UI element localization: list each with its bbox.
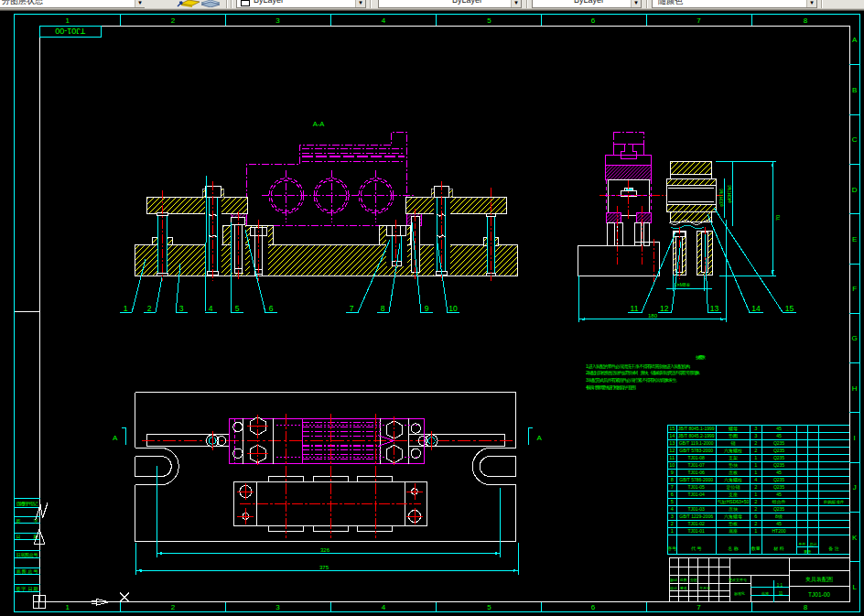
svg-text:螺母: 螺母 <box>729 426 738 431</box>
svg-text:3: 3 <box>275 16 280 25</box>
svg-text:TJ01-04: TJ01-04 <box>688 492 706 497</box>
svg-text:单件: 单件 <box>798 542 805 546</box>
svg-text:7: 7 <box>697 603 701 611</box>
svg-text:5: 5 <box>487 603 491 611</box>
svg-text:12: 12 <box>660 304 669 313</box>
svg-text:压板: 压板 <box>729 470 738 475</box>
svg-text:4: 4 <box>209 304 213 313</box>
svg-text:TJ01-00: TJ01-00 <box>55 27 85 36</box>
svg-text:A: A <box>537 434 543 442</box>
svg-text:GB/T 5783-2000: GB/T 5783-2000 <box>679 448 713 453</box>
svg-text:六角螺栓: 六角螺栓 <box>724 448 742 454</box>
svg-text:4: 4 <box>671 506 674 512</box>
svg-text:2: 2 <box>754 521 757 526</box>
svg-text:TJ01-05: TJ01-05 <box>688 484 706 490</box>
svg-text:1: 1 <box>754 462 757 468</box>
svg-text:3: 3 <box>179 304 184 313</box>
svg-text:1: 1 <box>124 304 128 313</box>
svg-text:D: D <box>852 186 858 194</box>
svg-text:1: 1 <box>754 470 757 475</box>
svg-text:6: 6 <box>269 304 274 313</box>
svg-text:外购标准件: 外购标准件 <box>824 499 845 505</box>
svg-text:326: 326 <box>320 547 330 553</box>
svg-text:序号: 序号 <box>667 546 676 552</box>
svg-text:GB/T 1229-2006: GB/T 1229-2006 <box>679 513 713 519</box>
svg-text:45: 45 <box>776 492 782 497</box>
svg-text:45: 45 <box>776 426 782 431</box>
svg-text:12: 12 <box>669 448 675 453</box>
svg-text:5: 5 <box>235 304 240 313</box>
svg-text:借(通)用件登记: 借(通)用件登记 <box>16 501 38 507</box>
svg-text:7: 7 <box>350 304 354 313</box>
svg-text:11: 11 <box>779 591 783 596</box>
svg-text:分区: 分区 <box>690 578 697 582</box>
svg-text:2: 2 <box>754 499 757 504</box>
svg-text:3: 3 <box>671 513 674 519</box>
svg-text:I: I <box>854 434 856 442</box>
svg-text:销: 销 <box>730 440 736 446</box>
svg-text:7: 7 <box>697 16 701 25</box>
svg-text:3: 3 <box>754 433 757 438</box>
svg-text:6: 6 <box>671 492 674 497</box>
svg-text:1: 1 <box>671 528 674 534</box>
svg-text:TJ01-01: TJ01-01 <box>688 528 706 534</box>
svg-text:45: 45 <box>776 433 782 438</box>
svg-text:11: 11 <box>669 455 675 460</box>
svg-text:TJ01-02: TJ01-02 <box>688 521 706 526</box>
svg-text:Q235: Q235 <box>773 484 784 490</box>
svg-text:TJ01-08: TJ01-08 <box>688 455 706 460</box>
svg-text:5: 5 <box>487 16 491 25</box>
svg-text:Q235: Q235 <box>773 462 784 468</box>
svg-text:Q235: Q235 <box>773 448 784 453</box>
svg-text:GB/T 5786-2000: GB/T 5786-2000 <box>679 477 713 482</box>
svg-text:重量: 重量 <box>803 549 811 554</box>
svg-text:6: 6 <box>591 16 596 25</box>
svg-text:签名: 签名 <box>680 586 687 590</box>
svg-text:2: 2 <box>754 440 757 446</box>
svg-text:设计: 设计 <box>670 586 677 590</box>
svg-text:1: 1 <box>754 528 757 534</box>
svg-text:日 期: 日 期 <box>16 534 38 540</box>
svg-text:G: G <box>852 334 858 342</box>
svg-text:六角螺母: 六角螺母 <box>724 513 742 519</box>
svg-text:2: 2 <box>754 506 757 512</box>
svg-text:气缸HSD63×50: 气缸HSD63×50 <box>718 499 750 504</box>
svg-text:处数: 处数 <box>680 578 687 582</box>
svg-text:B: B <box>852 86 857 94</box>
svg-text:Q235: Q235 <box>773 477 784 482</box>
svg-text:180: 180 <box>648 313 658 319</box>
svg-text:9: 9 <box>425 304 429 313</box>
svg-text:4: 4 <box>382 603 386 611</box>
svg-text:8: 8 <box>671 477 674 482</box>
svg-text:1: 1 <box>754 455 757 460</box>
svg-text:7: 7 <box>671 484 674 490</box>
svg-text:JB/T 8045.1-1999: JB/T 8045.1-1999 <box>678 426 715 431</box>
svg-text:垫板: 垫板 <box>729 521 738 526</box>
svg-text:底图总号: 底图总号 <box>16 568 38 575</box>
svg-text:2: 2 <box>171 603 176 611</box>
svg-text:11: 11 <box>631 304 639 313</box>
svg-text:TJ01-03: TJ01-03 <box>688 506 706 512</box>
svg-text:13: 13 <box>669 440 675 446</box>
svg-text:2: 2 <box>671 521 674 526</box>
svg-text:2: 2 <box>147 304 152 313</box>
svg-text:技术要求: 技术要求 <box>696 354 706 361</box>
svg-text:375: 375 <box>319 565 329 570</box>
svg-text:TJ01-00: TJ01-00 <box>808 591 830 598</box>
svg-text:8: 8 <box>381 304 385 313</box>
svg-text:10: 10 <box>448 304 458 313</box>
svg-text:Q235: Q235 <box>773 506 784 512</box>
svg-text:JB/T 8045.2-1999: JB/T 8045.2-1999 <box>678 433 715 438</box>
svg-text:支座: 支座 <box>729 492 738 498</box>
svg-text:H: H <box>852 384 858 393</box>
svg-text:垫块: 垫块 <box>729 462 739 468</box>
svg-text:5: 5 <box>671 499 674 504</box>
svg-text:6: 6 <box>591 603 596 611</box>
svg-text:备 注: 备 注 <box>828 546 838 551</box>
svg-text:14: 14 <box>669 433 675 438</box>
svg-text:TJ01-07: TJ01-07 <box>688 462 706 468</box>
svg-text:2: 2 <box>171 16 176 25</box>
svg-text:2: 2 <box>754 448 757 453</box>
svg-text:8级: 8级 <box>775 513 783 519</box>
svg-text:A-A: A-A <box>313 120 325 128</box>
